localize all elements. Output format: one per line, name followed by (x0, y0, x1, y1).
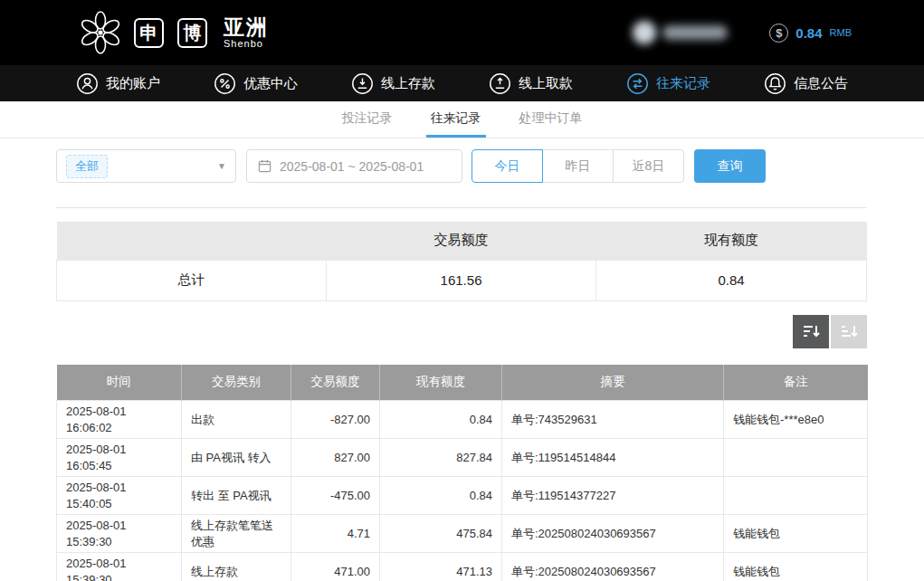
nav-item-label: 优惠中心 (243, 75, 298, 92)
cell-summary: 单号:202508024030693567 (502, 553, 724, 581)
date-range-input[interactable]: 2025-08-01 ~ 2025-08-01 (246, 149, 462, 183)
brand-logo[interactable]: 申 博 亚洲 Shenbo (76, 8, 269, 57)
cell-remark: 钱能钱包 (724, 553, 868, 581)
cell-type: 转出 至 PA视讯 (182, 477, 291, 515)
nav-item-withdraw[interactable]: 线上取款 (489, 72, 573, 95)
sort-desc-icon (802, 322, 820, 340)
summary-header-balance: 现有额度 (596, 222, 867, 260)
summary-total-amount: 161.56 (327, 260, 596, 300)
logo-region: 亚洲 (224, 16, 269, 38)
cell-summary: 单号:119514377227 (502, 477, 724, 515)
cell-amount: -827.00 (291, 401, 380, 439)
nav-item-label: 我的账户 (106, 75, 160, 92)
table-row: 2025-08-01 15:40:05转出 至 PA视讯-475.000.84单… (57, 477, 868, 515)
subtab-2[interactable]: 处理中订单 (515, 101, 587, 138)
nav-item-user[interactable]: 我的账户 (76, 72, 160, 95)
sort-ascending-button[interactable] (831, 315, 867, 348)
top-header: 申 博 亚洲 Shenbo $ 0.84 RMB (0, 0, 924, 65)
query-button[interactable]: 查询 (694, 149, 766, 183)
cell-time: 2025-08-01 15:39:30 (57, 553, 182, 581)
quick-date-1[interactable]: 昨日 (542, 149, 614, 183)
date-range-value: 2025-08-01 ~ 2025-08-01 (280, 159, 424, 174)
cell-type: 出款 (182, 401, 291, 439)
records-icon (626, 72, 649, 95)
cell-balance: 475.84 (380, 515, 502, 553)
nav-item-promo[interactable]: 优惠中心 (214, 72, 298, 95)
col-header-type: 交易类别 (182, 365, 291, 401)
col-header-remark: 备注 (724, 365, 868, 401)
deposit-icon (351, 72, 374, 95)
nav-item-label: 信息公告 (794, 75, 848, 92)
subtab-0[interactable]: 投注记录 (338, 101, 397, 138)
summary-total-balance: 0.84 (596, 260, 867, 300)
summary-header-amount: 交易额度 (327, 222, 596, 260)
sort-asc-icon (840, 322, 858, 340)
cell-time: 2025-08-01 16:05:45 (57, 439, 182, 477)
calendar-icon (258, 159, 271, 173)
cell-balance: 0.84 (380, 477, 502, 515)
records-header-row: 时间交易类别交易额度现有额度摘要备注 (57, 365, 868, 401)
summary-header-empty (57, 222, 327, 260)
cell-type: 线上存款笔笔送优惠 (182, 515, 291, 553)
subtab-1[interactable]: 往来记录 (426, 101, 486, 138)
records-body: 2025-08-01 16:06:02出款-827.000.84单号:74352… (57, 401, 868, 581)
cell-balance: 827.84 (380, 439, 502, 477)
logo-char-2: 博 (177, 18, 207, 48)
avatar (633, 21, 656, 44)
balance-amount: 0.84 (795, 25, 822, 41)
nav-item-label: 线上取款 (519, 75, 573, 92)
cell-amount: 471.00 (291, 553, 380, 581)
promo-icon (214, 72, 236, 95)
withdraw-icon (489, 72, 511, 95)
cell-type: 线上存款 (182, 553, 291, 581)
summary-total-label: 总计 (57, 260, 327, 300)
records-table: 时间交易类别交易额度现有额度摘要备注 2025-08-01 16:06:02出款… (56, 365, 868, 581)
nav-item-bell[interactable]: 信息公告 (764, 72, 848, 95)
quick-date-2[interactable]: 近8日 (613, 149, 684, 183)
summary-total-row: 总计 161.56 0.84 (57, 260, 867, 300)
dollar-icon: $ (769, 24, 788, 43)
logo-char-1: 申 (134, 18, 164, 48)
cell-balance: 0.84 (380, 401, 502, 439)
quick-date-0[interactable]: 今日 (472, 149, 543, 183)
col-header-balance: 现有额度 (380, 365, 502, 401)
balance-currency: RMB (830, 27, 852, 38)
cell-summary: 单号:119514514844 (502, 439, 724, 477)
balance-display[interactable]: $ 0.84 RMB (769, 24, 852, 43)
main-nav: 我的账户优惠中心线上存款线上取款往来记录信息公告 (0, 65, 924, 101)
page-content: 全部 ▼ 2025-08-01 ~ 2025-08-01 今日昨日近8日 查询 … (0, 149, 924, 581)
cell-balance: 471.13 (380, 553, 502, 581)
col-header-time: 时间 (57, 365, 182, 401)
nav-item-label: 往来记录 (656, 75, 710, 92)
cell-type: 由 PA视讯 转入 (182, 439, 291, 477)
cell-remark (724, 477, 868, 515)
nav-item-deposit[interactable]: 线上存款 (351, 72, 435, 95)
cell-time: 2025-08-01 16:06:02 (57, 401, 182, 439)
quick-date-group: 今日昨日近8日 (472, 149, 684, 183)
username-redacted[interactable] (633, 21, 728, 44)
cell-remark: 钱能钱包 (724, 515, 868, 553)
summary-table: 交易额度 现有额度 总计 161.56 0.84 (56, 222, 867, 301)
col-header-summary: 摘要 (502, 365, 724, 401)
divider (56, 207, 867, 208)
summary-header-row: 交易额度 现有额度 (57, 222, 867, 260)
chevron-down-icon: ▼ (217, 161, 226, 171)
logo-subtitle: Shenbo (224, 38, 263, 49)
record-subtabs: 投注记录往来记录处理中订单 (0, 101, 924, 138)
type-selected-tag: 全部 (66, 155, 108, 178)
table-row: 2025-08-01 16:05:45由 PA视讯 转入827.00827.84… (57, 439, 868, 477)
cell-remark: 钱能钱包-***e8e0 (724, 401, 868, 439)
cell-amount: 827.00 (291, 439, 380, 477)
sort-descending-button[interactable] (793, 315, 829, 348)
nav-item-records[interactable]: 往来记录 (626, 72, 710, 95)
table-row: 2025-08-01 16:06:02出款-827.000.84单号:74352… (57, 401, 868, 439)
username-blur (662, 25, 728, 40)
cell-amount: -475.00 (291, 477, 380, 515)
user-icon (76, 72, 99, 95)
table-row: 2025-08-01 15:39:30线上存款笔笔送优惠4.71475.84单号… (57, 515, 868, 553)
col-header-amount: 交易额度 (291, 365, 380, 401)
cell-time: 2025-08-01 15:40:05 (57, 477, 182, 515)
type-select[interactable]: 全部 ▼ (56, 149, 236, 183)
filter-bar: 全部 ▼ 2025-08-01 ~ 2025-08-01 今日昨日近8日 查询 (56, 149, 867, 183)
cell-amount: 4.71 (291, 515, 380, 553)
